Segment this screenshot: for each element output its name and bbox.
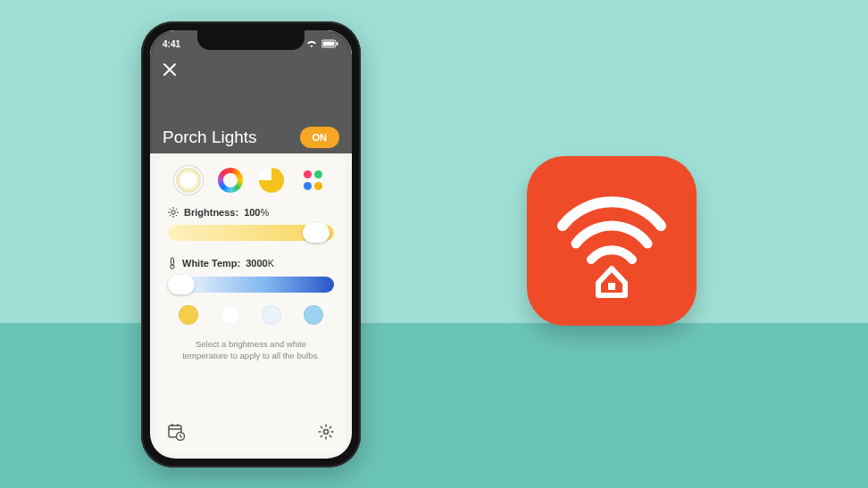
phone-screen: 4:41 Porch Lights ON [150, 30, 352, 459]
phone-notch [197, 30, 305, 50]
brightness-value: 100 [244, 207, 260, 218]
phone-device-frame: 4:41 Porch Lights ON [141, 21, 361, 467]
background-lower [0, 323, 868, 488]
power-toggle[interactable]: ON [300, 127, 340, 148]
svg-rect-2 [337, 42, 338, 45]
settings-button[interactable] [318, 424, 334, 443]
brightness-label: Brightness: [184, 207, 238, 218]
wifi-icon [305, 39, 318, 48]
mode-segment[interactable] [259, 168, 284, 193]
svg-point-19 [324, 430, 329, 434]
mode-white-temp[interactable] [176, 168, 201, 193]
svg-line-10 [176, 209, 177, 210]
brightness-unit: % [260, 207, 269, 218]
status-time: 4:41 [163, 39, 180, 49]
mode-scenes[interactable] [301, 168, 326, 193]
white-temp-unit: K [268, 258, 274, 269]
preset-soft-white[interactable] [221, 305, 240, 325]
battery-icon [321, 39, 339, 48]
card-footer [168, 423, 334, 444]
white-temp-thumb[interactable] [168, 275, 195, 294]
calendar-clock-icon [168, 423, 186, 441]
white-temp-label-row: White Temp: 3000K [168, 257, 334, 269]
svg-rect-12 [171, 258, 174, 265]
sun-icon [168, 207, 179, 218]
brightness-label-row: Brightness: 100% [168, 207, 334, 218]
help-line-2: temperature to apply to all the bulbs. [177, 351, 325, 362]
home-wifi-icon [545, 174, 679, 308]
controls-card: Brightness: 100% White Temp: 3000K [155, 155, 346, 453]
help-line-1: Select a brightness and white [177, 339, 325, 351]
preset-cool-white[interactable] [262, 305, 281, 325]
preset-row [168, 305, 334, 325]
svg-line-9 [176, 215, 177, 216]
svg-line-11 [170, 215, 171, 216]
white-temp-slider[interactable] [168, 277, 334, 293]
schedule-button[interactable] [168, 423, 186, 444]
page-title: Porch Lights [163, 128, 257, 147]
thermometer-icon [168, 257, 177, 269]
close-button[interactable] [163, 62, 177, 81]
svg-point-3 [171, 211, 175, 214]
header-row: Porch Lights ON [150, 127, 352, 148]
brightness-thumb[interactable] [303, 223, 330, 243]
scenes-icon [304, 170, 323, 190]
svg-line-8 [170, 209, 171, 210]
gear-icon [318, 424, 334, 440]
svg-rect-20 [608, 283, 615, 290]
close-icon [163, 62, 177, 77]
brightness-slider[interactable] [168, 225, 334, 241]
white-temp-value: 3000 [246, 258, 267, 269]
white-temp-label: White Temp: [182, 258, 240, 269]
mode-tabs [168, 166, 334, 203]
help-text: Select a brightness and white temperatur… [168, 339, 334, 362]
svg-rect-1 [323, 42, 335, 46]
preset-daylight[interactable] [304, 305, 323, 325]
mode-color-wheel[interactable] [218, 168, 243, 193]
app-icon [527, 156, 697, 326]
preset-warm[interactable] [179, 305, 198, 325]
